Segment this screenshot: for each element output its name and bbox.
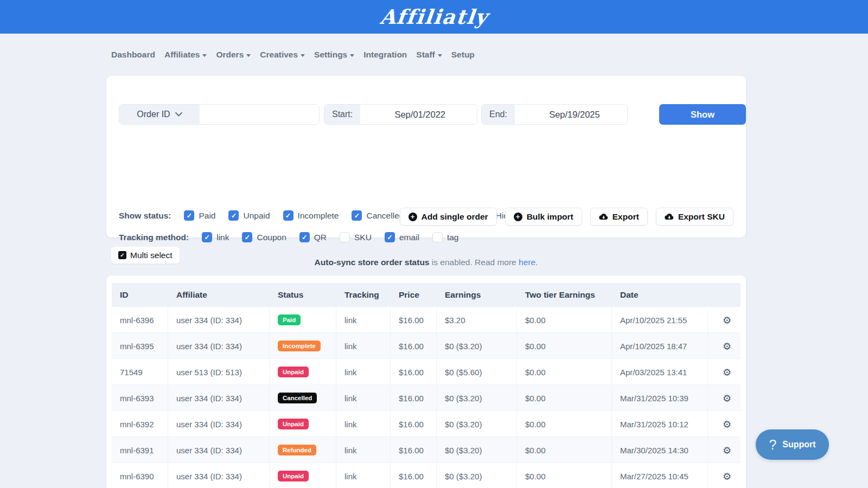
cell-date: Apr/03/2025 13:41 <box>612 359 708 385</box>
cell-two-tier: $0.00 <box>517 411 612 437</box>
order-id-input[interactable] <box>200 105 319 124</box>
start-date-label: Start: <box>324 105 360 124</box>
autosync-note-text: is enabled. Read more <box>429 258 519 267</box>
cell-status: Unpaid <box>270 359 336 385</box>
column-header-two-tier-earnings: Two tier Earnings <box>517 290 612 300</box>
nav-item-staff[interactable]: Staff <box>416 50 442 60</box>
checkbox-coupon[interactable]: ✓ Coupon <box>242 232 286 242</box>
table-row: mnl-6391 user 334 (ID: 334) Refunded lin… <box>112 437 741 463</box>
gear-icon[interactable]: ⚙ <box>723 419 731 430</box>
gear-icon[interactable]: ⚙ <box>723 445 731 456</box>
nav-item-creatives[interactable]: Creatives <box>260 50 305 60</box>
table-row: mnl-6396 user 334 (ID: 334) Paid link $1… <box>112 307 741 333</box>
plus-circle-icon: + <box>409 213 417 221</box>
brand-logo: Affiliatly <box>379 5 489 29</box>
order-id-filter-group: Order ID <box>119 104 320 125</box>
checkbox-unpaid[interactable]: ✓ Unpaid <box>228 210 270 221</box>
gear-icon[interactable]: ⚙ <box>723 393 731 404</box>
checkbox-label: Paid <box>199 211 215 221</box>
cell-affiliate: user 334 (ID: 334) <box>168 437 270 463</box>
checkbox-sku[interactable]: SKU <box>340 232 372 242</box>
filter-field-select-value: Order ID <box>137 110 170 119</box>
nav-item-integration[interactable]: Integration <box>363 50 407 60</box>
cell-id: mnl-6396 <box>112 307 168 333</box>
cell-status: Unpaid <box>270 463 336 488</box>
checkbox-link[interactable]: ✓ link <box>202 232 229 242</box>
nav-item-affiliates[interactable]: Affiliates <box>164 50 207 60</box>
start-date-group: Start: <box>324 104 477 125</box>
nav-item-setup[interactable]: Setup <box>451 50 475 60</box>
cell-price: $16.00 <box>391 411 437 437</box>
checkbox-label: Coupon <box>257 233 286 242</box>
checkbox-label: email <box>399 233 419 242</box>
cell-status: Refunded <box>270 437 336 463</box>
order-actions: + Add single order + Bulk import Export … <box>400 208 734 226</box>
gear-icon[interactable]: ⚙ <box>723 471 731 482</box>
checkbox-icon: ✓ <box>184 210 194 221</box>
cell-earnings: $0 ($3.20) <box>437 411 517 437</box>
cell-price: $16.00 <box>391 463 437 488</box>
filter-inputs-row: Order ID Start: End: Show <box>119 104 733 125</box>
cell-date: Mar/31/2025 10:12 <box>612 411 708 437</box>
autosync-readmore-link[interactable]: here <box>519 258 535 267</box>
checkbox-email[interactable]: ✓ email <box>385 232 419 242</box>
cell-actions: ⚙ <box>708 385 741 411</box>
end-date-group: End: <box>481 104 628 125</box>
column-header-date: Date <box>612 290 708 300</box>
cell-price: $16.00 <box>391 333 437 359</box>
cell-date: Apr/10/2025 18:47 <box>612 333 708 359</box>
checkbox-tag[interactable]: tag <box>432 232 459 242</box>
add-single-order-button[interactable]: + Add single order <box>400 208 497 226</box>
bulk-import-button[interactable]: + Bulk import <box>505 208 582 226</box>
cell-tracking: link <box>336 359 391 385</box>
table-row: mnl-6395 user 334 (ID: 334) Incomplete l… <box>112 333 741 359</box>
checkbox-qr[interactable]: ✓ QR <box>299 232 327 242</box>
cell-two-tier: $0.00 <box>517 333 612 359</box>
export-sku-button[interactable]: Export SKU <box>656 208 733 226</box>
nav-item-label: Orders <box>216 50 244 60</box>
checkbox-paid[interactable]: ✓ Paid <box>184 210 215 221</box>
gear-icon[interactable]: ⚙ <box>723 341 731 352</box>
gear-icon[interactable]: ⚙ <box>723 367 731 378</box>
column-header-id: ID <box>112 290 168 300</box>
status-badge: Unpaid <box>278 367 309 377</box>
nav-item-orders[interactable]: Orders <box>216 50 251 60</box>
page: Affiliatly Dashboard Affiliates Orders C… <box>0 0 868 488</box>
cell-actions: ⚙ <box>708 411 741 437</box>
nav-item-settings[interactable]: Settings <box>314 50 354 60</box>
cell-tracking: link <box>336 307 391 333</box>
export-button[interactable]: Export <box>590 208 648 226</box>
cell-status: Cancelled <box>270 385 336 411</box>
cell-date: Mar/27/2025 10:45 <box>612 463 708 488</box>
cell-id: mnl-6393 <box>112 385 168 411</box>
checkbox-icon: ✓ <box>228 210 239 221</box>
filter-field-select[interactable]: Order ID <box>119 105 200 124</box>
cell-affiliate: user 334 (ID: 334) <box>168 463 270 488</box>
cell-tracking: link <box>336 437 391 463</box>
support-button[interactable]: ? Support <box>756 429 829 460</box>
cell-earnings: $3.20 <box>437 307 517 333</box>
end-date-input[interactable] <box>515 105 628 124</box>
question-icon: ? <box>769 437 776 453</box>
show-button[interactable]: Show <box>659 104 746 125</box>
table-row: mnl-6393 user 334 (ID: 334) Cancelled li… <box>112 385 741 411</box>
gear-icon[interactable]: ⚙ <box>723 314 731 326</box>
nav-item-dashboard[interactable]: Dashboard <box>111 50 155 60</box>
checkbox-incomplete[interactable]: ✓ Incomplete <box>283 210 339 221</box>
cell-two-tier: $0.00 <box>517 385 612 411</box>
nav-item-label: Creatives <box>260 50 298 60</box>
orders-table-card: IDAffiliateStatusTrackingPriceEarningsTw… <box>106 275 746 488</box>
table-row: mnl-6392 user 334 (ID: 334) Unpaid link … <box>112 411 741 437</box>
caret-down-icon <box>202 54 207 57</box>
action-button-label: Export <box>612 212 639 222</box>
nav-item-label: Dashboard <box>111 50 155 60</box>
checkbox-icon <box>432 232 443 242</box>
checkbox-icon: ✓ <box>352 210 362 221</box>
start-date-input[interactable] <box>360 105 477 124</box>
cell-affiliate: user 334 (ID: 334) <box>168 385 270 411</box>
nav-item-label: Staff <box>416 50 435 60</box>
checkbox-cancelled[interactable]: ✓ Cancelled <box>352 210 404 221</box>
multi-select-toggle[interactable]: ✓ Multi select <box>111 247 180 264</box>
checkbox-icon: ✓ <box>242 232 252 242</box>
caret-down-icon <box>350 54 354 57</box>
